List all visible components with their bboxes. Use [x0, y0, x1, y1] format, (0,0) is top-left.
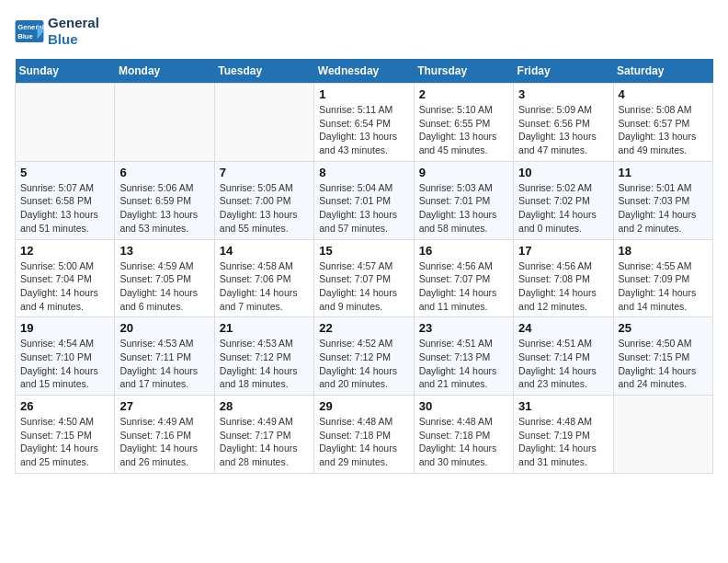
day-number: 27	[119, 399, 209, 413]
day-number: 12	[20, 244, 109, 258]
day-info: Sunrise: 4:59 AMSunset: 7:05 PMDaylight:…	[119, 259, 209, 314]
day-info: Sunrise: 5:06 AMSunset: 6:59 PMDaylight:…	[119, 181, 209, 236]
header-sunday: Sunday	[16, 59, 115, 84]
day-number: 17	[518, 244, 608, 258]
day-info: Sunrise: 5:03 AMSunset: 7:01 PMDaylight:…	[419, 181, 508, 236]
calendar-table: SundayMondayTuesdayWednesdayThursdayFrid…	[15, 59, 713, 474]
svg-text:Blue: Blue	[17, 32, 33, 40]
day-number: 25	[619, 321, 708, 335]
day-number: 13	[119, 244, 209, 258]
day-number: 23	[419, 321, 508, 335]
day-info: Sunrise: 5:10 AMSunset: 6:55 PMDaylight:…	[419, 103, 508, 157]
day-info: Sunrise: 4:50 AMSunset: 7:15 PMDaylight:…	[619, 337, 708, 391]
day-info: Sunrise: 4:51 AMSunset: 7:13 PMDaylight:…	[419, 337, 508, 391]
calendar-cell	[613, 396, 712, 474]
calendar-cell: 31Sunrise: 4:48 AMSunset: 7:19 PMDayligh…	[514, 396, 613, 474]
header-tuesday: Tuesday	[214, 59, 313, 84]
day-number: 18	[619, 244, 708, 258]
calendar-cell: 30Sunrise: 4:48 AMSunset: 7:18 PMDayligh…	[414, 396, 513, 474]
calendar-cell: 27Sunrise: 4:49 AMSunset: 7:16 PMDayligh…	[115, 396, 214, 474]
calendar-cell: 2Sunrise: 5:10 AMSunset: 6:55 PMDaylight…	[414, 84, 513, 162]
header-wednesday: Wednesday	[314, 59, 414, 84]
calendar-cell: 20Sunrise: 4:53 AMSunset: 7:11 PMDayligh…	[115, 317, 214, 396]
day-info: Sunrise: 5:02 AMSunset: 7:02 PMDaylight:…	[518, 181, 608, 236]
day-number: 30	[419, 399, 508, 413]
calendar-cell: 14Sunrise: 4:58 AMSunset: 7:06 PMDayligh…	[214, 239, 313, 317]
calendar-cell: 13Sunrise: 4:59 AMSunset: 7:05 PMDayligh…	[115, 239, 214, 317]
day-info: Sunrise: 4:52 AMSunset: 7:12 PMDaylight:…	[319, 337, 408, 391]
day-number: 31	[518, 399, 608, 413]
day-number: 15	[319, 244, 408, 258]
calendar-cell: 4Sunrise: 5:08 AMSunset: 6:57 PMDaylight…	[613, 84, 712, 162]
day-number: 7	[220, 166, 309, 179]
calendar-cell: 6Sunrise: 5:06 AMSunset: 6:59 PMDaylight…	[115, 161, 214, 239]
calendar-cell: 8Sunrise: 5:04 AMSunset: 7:01 PMDaylight…	[314, 161, 414, 239]
calendar-week-row: 12Sunrise: 5:00 AMSunset: 7:04 PMDayligh…	[16, 239, 713, 317]
day-number: 26	[20, 399, 109, 413]
day-info: Sunrise: 5:07 AMSunset: 6:58 PMDaylight:…	[20, 181, 109, 236]
calendar-cell: 10Sunrise: 5:02 AMSunset: 7:02 PMDayligh…	[514, 161, 613, 239]
day-number: 24	[518, 321, 608, 335]
calendar-cell: 7Sunrise: 5:05 AMSunset: 7:00 PMDaylight…	[214, 161, 313, 239]
calendar-cell: 5Sunrise: 5:07 AMSunset: 6:58 PMDaylight…	[16, 161, 115, 239]
day-info: Sunrise: 4:56 AMSunset: 7:08 PMDaylight:…	[518, 259, 608, 314]
calendar-cell	[214, 84, 313, 162]
day-number: 14	[220, 244, 309, 258]
header-friday: Friday	[514, 59, 613, 84]
day-number: 28	[220, 399, 309, 413]
day-info: Sunrise: 4:55 AMSunset: 7:09 PMDaylight:…	[619, 259, 708, 314]
calendar-cell: 23Sunrise: 4:51 AMSunset: 7:13 PMDayligh…	[414, 317, 513, 396]
day-number: 8	[319, 166, 408, 179]
day-info: Sunrise: 5:04 AMSunset: 7:01 PMDaylight:…	[319, 181, 408, 236]
calendar-cell: 28Sunrise: 4:49 AMSunset: 7:17 PMDayligh…	[214, 396, 313, 474]
day-number: 10	[518, 166, 608, 179]
day-number: 1	[319, 87, 408, 101]
calendar-cell: 11Sunrise: 5:01 AMSunset: 7:03 PMDayligh…	[613, 161, 712, 239]
calendar-cell: 19Sunrise: 4:54 AMSunset: 7:10 PMDayligh…	[16, 317, 115, 396]
logo-icon: General Blue	[15, 20, 44, 42]
header-saturday: Saturday	[613, 59, 712, 84]
day-number: 3	[518, 87, 608, 101]
day-info: Sunrise: 4:49 AMSunset: 7:17 PMDaylight:…	[220, 415, 309, 469]
day-info: Sunrise: 4:50 AMSunset: 7:15 PMDaylight:…	[20, 415, 109, 469]
calendar-cell: 9Sunrise: 5:03 AMSunset: 7:01 PMDaylight…	[414, 161, 513, 239]
day-number: 20	[119, 321, 209, 335]
day-number: 9	[419, 166, 508, 179]
day-info: Sunrise: 5:09 AMSunset: 6:56 PMDaylight:…	[518, 103, 608, 157]
day-info: Sunrise: 4:53 AMSunset: 7:11 PMDaylight:…	[119, 337, 209, 391]
calendar-cell	[115, 84, 214, 162]
day-number: 21	[220, 321, 309, 335]
calendar-cell: 25Sunrise: 4:50 AMSunset: 7:15 PMDayligh…	[613, 317, 712, 396]
day-info: Sunrise: 4:48 AMSunset: 7:18 PMDaylight:…	[419, 415, 508, 469]
day-info: Sunrise: 4:58 AMSunset: 7:06 PMDaylight:…	[220, 259, 309, 314]
header-monday: Monday	[115, 59, 214, 84]
calendar-header-row: SundayMondayTuesdayWednesdayThursdayFrid…	[16, 59, 713, 84]
calendar-cell: 18Sunrise: 4:55 AMSunset: 7:09 PMDayligh…	[613, 239, 712, 317]
calendar-week-row: 26Sunrise: 4:50 AMSunset: 7:15 PMDayligh…	[16, 396, 713, 474]
day-info: Sunrise: 4:57 AMSunset: 7:07 PMDaylight:…	[319, 259, 408, 314]
calendar-week-row: 19Sunrise: 4:54 AMSunset: 7:10 PMDayligh…	[16, 317, 713, 396]
calendar-cell: 16Sunrise: 4:56 AMSunset: 7:07 PMDayligh…	[414, 239, 513, 317]
day-number: 2	[419, 87, 508, 101]
day-info: Sunrise: 4:51 AMSunset: 7:14 PMDaylight:…	[518, 337, 608, 391]
day-info: Sunrise: 5:08 AMSunset: 6:57 PMDaylight:…	[619, 103, 708, 157]
day-info: Sunrise: 5:01 AMSunset: 7:03 PMDaylight:…	[619, 181, 708, 236]
calendar-cell: 15Sunrise: 4:57 AMSunset: 7:07 PMDayligh…	[314, 239, 414, 317]
logo-text: General Blue	[48, 15, 99, 48]
day-info: Sunrise: 4:48 AMSunset: 7:19 PMDaylight:…	[518, 415, 608, 469]
calendar-cell: 29Sunrise: 4:48 AMSunset: 7:18 PMDayligh…	[314, 396, 414, 474]
calendar-week-row: 5Sunrise: 5:07 AMSunset: 6:58 PMDaylight…	[16, 161, 713, 239]
calendar-cell: 22Sunrise: 4:52 AMSunset: 7:12 PMDayligh…	[314, 317, 414, 396]
calendar-cell: 3Sunrise: 5:09 AMSunset: 6:56 PMDaylight…	[514, 84, 613, 162]
day-info: Sunrise: 4:54 AMSunset: 7:10 PMDaylight:…	[20, 337, 109, 391]
calendar-week-row: 1Sunrise: 5:11 AMSunset: 6:54 PMDaylight…	[16, 84, 713, 162]
day-number: 19	[20, 321, 109, 335]
day-number: 11	[619, 166, 708, 179]
day-number: 5	[20, 166, 109, 179]
day-info: Sunrise: 4:48 AMSunset: 7:18 PMDaylight:…	[319, 415, 408, 469]
calendar-cell	[16, 84, 115, 162]
day-info: Sunrise: 5:00 AMSunset: 7:04 PMDaylight:…	[20, 259, 109, 314]
day-number: 29	[319, 399, 408, 413]
calendar-cell: 17Sunrise: 4:56 AMSunset: 7:08 PMDayligh…	[514, 239, 613, 317]
day-info: Sunrise: 4:56 AMSunset: 7:07 PMDaylight:…	[419, 259, 508, 314]
